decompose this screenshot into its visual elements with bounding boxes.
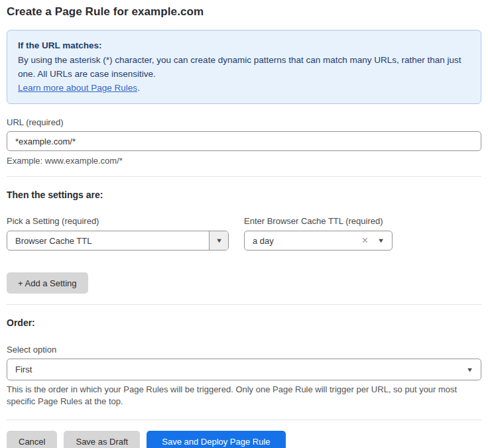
- order-section-heading: Order:: [7, 317, 481, 328]
- cancel-button[interactable]: Cancel: [7, 431, 57, 448]
- url-input[interactable]: [7, 131, 481, 151]
- url-matches-info-box: If the URL matches: By using the asteris…: [7, 30, 481, 104]
- order-select[interactable]: First ▼: [7, 359, 481, 380]
- link-period: .: [137, 83, 140, 93]
- ttl-combobox-value: a day: [253, 236, 362, 246]
- settings-labels-row: Pick a Setting (required) Enter Browser …: [7, 216, 481, 226]
- settings-section-heading: Then the settings are:: [7, 190, 481, 200]
- chevron-down-icon: ▼: [466, 366, 473, 372]
- url-field-label: URL (required): [7, 117, 481, 127]
- ttl-combobox[interactable]: a day × ▼: [244, 231, 393, 251]
- setting-select[interactable]: Browser Cache TTL ▼: [7, 231, 229, 251]
- setting-select-arrow-segment[interactable]: ▼: [209, 231, 228, 250]
- settings-controls-row: Browser Cache TTL ▼ a day × ▼: [7, 231, 481, 251]
- clear-icon[interactable]: ×: [362, 235, 368, 246]
- add-setting-button[interactable]: + Add a Setting: [7, 272, 88, 294]
- divider: [7, 304, 481, 305]
- footer-button-row: Cancel Save as Draft Save and Deploy Pag…: [7, 431, 481, 448]
- ttl-label: Enter Browser Cache TTL (required): [244, 216, 383, 226]
- setting-select-value: Browser Cache TTL: [15, 236, 91, 246]
- order-help-text: This is the order in which your Page Rul…: [7, 384, 481, 408]
- create-page-rule-form: Create a Page Rule for example.com If th…: [0, 0, 488, 448]
- order-select-label: Select option: [7, 345, 481, 355]
- info-box-heading: If the URL matches:: [18, 38, 470, 52]
- info-box-body: By using the asterisk (*) character, you…: [18, 53, 470, 81]
- order-select-value: First: [15, 364, 32, 374]
- save-deploy-button[interactable]: Save and Deploy Page Rule: [147, 431, 285, 448]
- save-draft-button[interactable]: Save as Draft: [64, 431, 140, 448]
- chevron-down-icon: ▼: [215, 238, 222, 244]
- divider: [7, 420, 481, 420]
- pick-setting-label: Pick a Setting (required): [7, 216, 244, 226]
- url-example-text: Example: www.example.com/*: [7, 156, 481, 166]
- divider: [7, 176, 481, 177]
- chevron-down-icon: ▼: [377, 238, 385, 244]
- info-box-link-line: Learn more about Page Rules.: [18, 81, 470, 95]
- learn-more-link[interactable]: Learn more about Page Rules: [18, 83, 137, 93]
- page-title: Create a Page Rule for example.com: [7, 5, 481, 19]
